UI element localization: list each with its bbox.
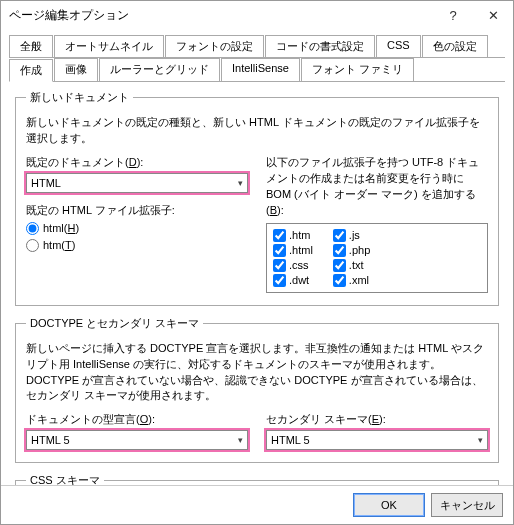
cancel-button[interactable]: キャンセル <box>431 493 503 517</box>
default-document-select[interactable]: HTML ▾ <box>26 173 248 193</box>
utf8-extensions-box: .htm.html.css.dwt .js.php.txt.xml <box>266 223 488 293</box>
secondary-schema-label: セカンダリ スキーマ(E): <box>266 412 488 427</box>
tab-ルーラーとグリッド[interactable]: ルーラーとグリッド <box>99 58 220 81</box>
ok-button[interactable]: OK <box>353 493 425 517</box>
close-button[interactable]: ✕ <box>473 1 513 29</box>
group-css-schema: CSS スキーマ このスキーマは、CSS IntelliSense で使用できる… <box>15 473 499 485</box>
chevron-down-icon: ▾ <box>238 435 243 445</box>
tab-strip: 全般オートサムネイルフォントの設定コードの書式設定CSS色の設定 作成画像ルーラ… <box>1 29 513 82</box>
secondary-schema-value: HTML 5 <box>271 434 310 446</box>
default-document-value: HTML <box>31 177 61 189</box>
tab-content: 新しいドキュメント 新しいドキュメントの既定の種類と、新しい HTML ドキュメ… <box>1 82 513 485</box>
ext-checkbox-js[interactable]: .js <box>333 228 370 243</box>
radio-htm[interactable]: htm(T) <box>26 239 248 252</box>
group-legend: 新しいドキュメント <box>26 90 133 105</box>
ext-checkbox-txt[interactable]: .txt <box>333 258 370 273</box>
doctype-declaration-select[interactable]: HTML 5 ▾ <box>26 430 248 450</box>
tab-全般[interactable]: 全般 <box>9 35 53 57</box>
ext-checkbox-htm[interactable]: .htm <box>273 228 313 243</box>
tab-コードの書式設定[interactable]: コードの書式設定 <box>265 35 375 57</box>
group-new-document: 新しいドキュメント 新しいドキュメントの既定の種類と、新しい HTML ドキュメ… <box>15 90 499 306</box>
radio-html[interactable]: html(H) <box>26 222 248 235</box>
doctype-declaration-label: ドキュメントの型宣言(O): <box>26 412 248 427</box>
group-legend: DOCTYPE とセカンダリ スキーマ <box>26 316 203 331</box>
ext-checkbox-php[interactable]: .php <box>333 243 370 258</box>
ext-checkbox-dwt[interactable]: .dwt <box>273 273 313 288</box>
tab-画像[interactable]: 画像 <box>54 58 98 81</box>
group-description: 新しいドキュメントの既定の種類と、新しい HTML ドキュメントの既定のファイル… <box>26 115 488 147</box>
tab-フォント ファミリ[interactable]: フォント ファミリ <box>301 58 414 81</box>
secondary-schema-select[interactable]: HTML 5 ▾ <box>266 430 488 450</box>
group-legend: CSS スキーマ <box>26 473 104 485</box>
dialog-title: ページ編集オプション <box>9 7 433 24</box>
extension-label: 既定の HTML ファイル拡張子: <box>26 203 248 218</box>
ext-checkbox-css[interactable]: .css <box>273 258 313 273</box>
chevron-down-icon: ▾ <box>238 178 243 188</box>
tab-作成[interactable]: 作成 <box>9 59 53 82</box>
dialog-window: ページ編集オプション ? ✕ 全般オートサムネイルフォントの設定コードの書式設定… <box>0 0 514 525</box>
tab-色の設定[interactable]: 色の設定 <box>422 35 488 57</box>
default-document-label: 既定のドキュメント(D): <box>26 155 248 170</box>
group-description: 新しいページに挿入する DOCTYPE 宣言を選択します。非互換性の通知または … <box>26 341 488 405</box>
tab-CSS[interactable]: CSS <box>376 35 421 57</box>
titlebar: ページ編集オプション ? ✕ <box>1 1 513 29</box>
doctype-declaration-value: HTML 5 <box>31 434 70 446</box>
tab-オートサムネイル[interactable]: オートサムネイル <box>54 35 164 57</box>
dialog-footer: OK キャンセル <box>1 485 513 524</box>
tab-IntelliSense[interactable]: IntelliSense <box>221 58 300 81</box>
help-button[interactable]: ? <box>433 1 473 29</box>
group-doctype: DOCTYPE とセカンダリ スキーマ 新しいページに挿入する DOCTYPE … <box>15 316 499 464</box>
chevron-down-icon: ▾ <box>478 435 483 445</box>
utf8-description: 以下のファイル拡張子を持つ UTF-8 ドキュメントの作成または名前変更を行う時… <box>266 155 488 219</box>
ext-checkbox-html[interactable]: .html <box>273 243 313 258</box>
tab-フォントの設定[interactable]: フォントの設定 <box>165 35 264 57</box>
ext-checkbox-xml[interactable]: .xml <box>333 273 370 288</box>
